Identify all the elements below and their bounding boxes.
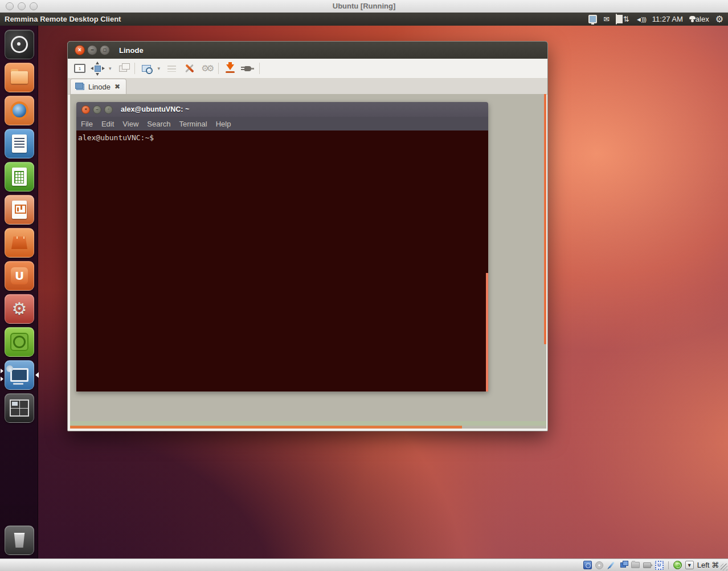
tools-icon — [184, 63, 194, 74]
volume-icon[interactable]: ◄))) — [636, 16, 646, 23]
network-icon[interactable]: ⇅ — [623, 15, 629, 23]
battery-icon[interactable] — [616, 14, 617, 25]
menu-terminal[interactable]: Terminal — [179, 120, 207, 128]
spreadsheet-icon — [12, 168, 27, 186]
network-adapters-icon[interactable] — [619, 561, 628, 569]
files-icon[interactable] — [5, 63, 34, 92]
ubuntu-one-icon[interactable]: U — [5, 261, 34, 291]
u-letter-icon: U — [11, 267, 28, 284]
terminal-menubar: File Edit View Search Terminal Help — [76, 117, 488, 130]
tools-button[interactable] — [183, 62, 195, 75]
fullscreen-button[interactable]: 1 — [73, 62, 86, 75]
trash-icon[interactable] — [5, 525, 34, 555]
username-label[interactable]: alex — [696, 15, 709, 23]
session-gear-icon[interactable]: ⚙ — [715, 14, 723, 25]
tab-label: Linode — [88, 83, 111, 91]
optical-drive-icon[interactable] — [595, 561, 604, 569]
remmina-toolbar: 1 ▾ ▾ ⚙⚙ — [68, 59, 547, 79]
menu-search[interactable]: Search — [147, 120, 170, 128]
remmina-launcher-icon[interactable] — [5, 360, 34, 390]
running-indicator-arrow — [1, 377, 3, 381]
messages-icon[interactable]: ✉ — [603, 15, 610, 23]
tablet-pen-icon[interactable] — [607, 561, 616, 569]
status-separator — [668, 561, 669, 569]
virtualization-icon[interactable]: U — [655, 561, 664, 569]
shared-folders-icon[interactable] — [631, 561, 640, 569]
tab-close-icon[interactable]: ✖ — [114, 83, 120, 90]
shopping-bag-icon — [11, 236, 27, 249]
zoom-dropdown-caret[interactable]: ▾ — [158, 66, 161, 71]
window-close-button[interactable]: × — [75, 45, 85, 55]
resize-grip[interactable] — [721, 564, 727, 570]
document-icon — [12, 134, 27, 153]
ubuntu-top-panel: Remmina Remote Desktop Client ✉ ⇅ ◄))) 1… — [0, 13, 728, 26]
connection-icon — [76, 84, 84, 90]
window-maximize-button[interactable]: ◻ — [100, 45, 110, 55]
trash-can-icon — [13, 533, 26, 548]
magnifier-icon — [142, 65, 151, 72]
keyboard-capture-icon[interactable]: ▼ — [685, 561, 694, 569]
host-window-title: Ubuntu [Running] — [0, 0, 728, 13]
terminal-maximize-button[interactable]: ▫ — [104, 105, 113, 114]
terminal-border-highlight — [486, 273, 488, 391]
zoom-button[interactable] — [140, 62, 153, 75]
libreoffice-writer-icon[interactable] — [5, 129, 34, 158]
focused-indicator-arrow — [35, 372, 39, 378]
libreoffice-calc-icon[interactable] — [5, 162, 34, 191]
minimize-to-tray-button[interactable] — [224, 62, 236, 75]
menu-edit[interactable]: Edit — [101, 120, 114, 128]
workspace-switcher-icon[interactable] — [5, 393, 34, 423]
fullscreen-icon: 1 — [74, 64, 85, 73]
disconnect-button[interactable] — [242, 62, 254, 75]
remote-desktop-viewport[interactable]: × – ▫ alex@ubuntuVNC: ~ File Edit View S… — [70, 94, 546, 429]
running-indicator-arrow — [1, 369, 3, 373]
tab-linode[interactable]: Linode ✖ — [70, 79, 126, 94]
preferences-button[interactable]: ⚙⚙ — [201, 62, 213, 75]
remote-wallpaper-strip-bottom — [70, 426, 462, 429]
dash-home-icon[interactable] — [5, 30, 34, 59]
software-center-icon[interactable] — [5, 228, 34, 258]
menu-help[interactable]: Help — [216, 120, 231, 128]
terminal-minimize-button[interactable]: – — [93, 105, 101, 114]
remote-desktop-band — [70, 421, 546, 426]
terminal-title: alex@ubuntuVNC: ~ — [121, 105, 189, 113]
remote-wallpaper-strip-right — [544, 94, 546, 344]
pages-icon — [119, 66, 127, 72]
software-updater-icon[interactable] — [5, 327, 34, 357]
terminal-close-button[interactable]: × — [81, 105, 90, 114]
host-key-label: Left ⌘ — [697, 561, 719, 569]
panel-indicator-area: ✉ ⇅ ◄))) 11:27 AM alex ⚙ — [588, 14, 728, 25]
unity-launcher: U ⚙ — [0, 26, 38, 558]
ubuntu-swirl-icon — [10, 333, 28, 351]
hard-disk-icon[interactable] — [583, 561, 592, 569]
libreoffice-impress-icon[interactable] — [5, 195, 34, 225]
ubuntu-logo-icon — [11, 36, 28, 53]
menu-view[interactable]: View — [122, 120, 138, 128]
remmina-tab-bar: Linode ✖ — [68, 79, 547, 95]
toolbar-separator — [259, 63, 260, 74]
firefox-icon[interactable] — [5, 96, 34, 125]
keyboard-grab-button[interactable] — [165, 62, 178, 75]
scale-button[interactable] — [91, 62, 104, 75]
workspace-grid-icon — [10, 399, 29, 417]
remmina-titlebar[interactable]: × – ◻ Linode — [68, 42, 547, 59]
remote-desktop-icon — [10, 368, 28, 382]
toolbar-separator — [134, 63, 135, 74]
window-minimize-button[interactable]: – — [87, 45, 97, 55]
video-capture-icon[interactable] — [643, 561, 652, 569]
scale-dropdown-caret[interactable]: ▾ — [109, 66, 112, 71]
remmina-indicator-icon[interactable] — [588, 15, 597, 23]
gear-wrench-icon: ⚙ — [12, 300, 27, 317]
plug-icon — [244, 66, 251, 71]
down-arrow-icon — [226, 64, 234, 70]
terminal-screen[interactable]: alex@ubuntuVNC:~$ — [76, 130, 488, 391]
folder-icon — [11, 71, 28, 84]
panel-app-title: Remmina Remote Desktop Client — [5, 15, 121, 23]
system-settings-icon[interactable]: ⚙ — [5, 294, 34, 324]
menu-file[interactable]: File — [81, 120, 93, 128]
mouse-integration-icon[interactable] — [673, 561, 682, 569]
switch-page-button[interactable] — [117, 62, 129, 75]
window-title: Linode — [119, 46, 144, 55]
terminal-titlebar[interactable]: × – ▫ alex@ubuntuVNC: ~ — [76, 102, 488, 117]
clock[interactable]: 11:27 AM — [652, 15, 683, 23]
